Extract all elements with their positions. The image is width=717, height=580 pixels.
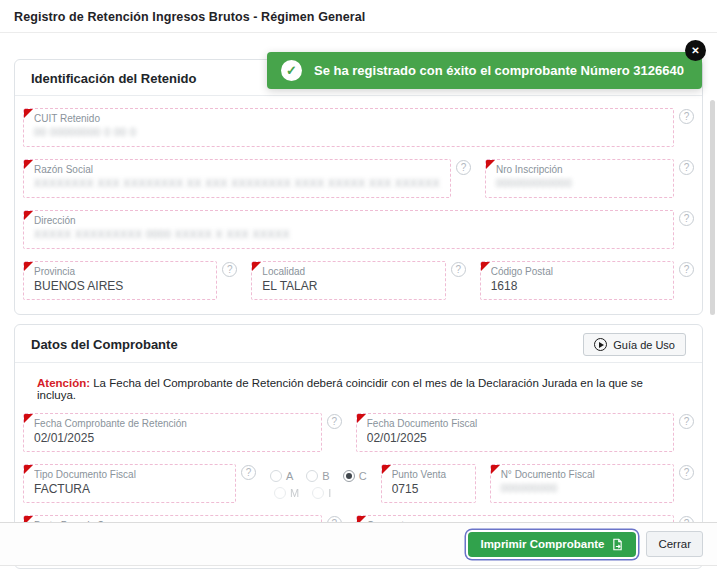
required-marker [491,465,500,474]
direccion-value: XXXXX XXXXXXXXX 0000 XXXXX X XXX XXXXX [34,228,663,240]
field-label: Dirección [34,215,663,226]
help-icon[interactable]: ? [679,109,694,124]
field-label: Punto Venta [392,469,465,480]
radio-label: I [328,487,331,499]
cuit-retenido-field[interactable]: CUIT Retenido 00 00000000 0 00 0 [23,108,674,147]
fecha-documento-fiscal-value: 02/01/2025 [367,431,663,445]
required-marker [24,109,33,118]
help-icon[interactable]: ? [679,414,694,429]
fecha-comprobante-retencion-field[interactable]: Fecha Comprobante de Retención 02/01/202… [23,413,322,452]
codigo-postal-field[interactable]: Código Postal 1618 [480,261,674,300]
row-fechas: Fecha Comprobante de Retención 02/01/202… [23,413,694,452]
help-icon[interactable]: ? [679,262,694,277]
radio-option-c-selected[interactable]: C [343,470,367,482]
help-icon[interactable]: ? [456,160,471,175]
modal-titlebar: Registro de Retención Ingresos Brutos - … [0,0,717,33]
field-label: N° Documento Fiscal [501,469,663,480]
nro-inscripcion-field[interactable]: Nro Inscripción 000000000000 [485,159,674,198]
radio-label: M [290,487,299,499]
provincia-value: BUENOS AIRES [34,279,206,293]
field-label: Fecha Documento Fiscal [367,418,663,429]
modal-footer: Imprimir Comprobante Cerrar [0,522,717,566]
row-direccion: Dirección XXXXX XXXXXXXXX 0000 XXXXX X X… [23,210,694,249]
required-marker [382,465,391,474]
required-marker [24,262,33,271]
help-icon[interactable]: ? [222,262,237,277]
atencion-notice: Atención: La Fecha del Comprobante de Re… [37,377,680,401]
required-marker [24,211,33,220]
check-icon: ✓ [281,60,302,81]
help-icon[interactable]: ? [327,414,342,429]
radio-icon [306,470,318,482]
imprimir-comprobante-label: Imprimir Comprobante [480,538,604,550]
atencion-prefix: Atención: [37,377,90,389]
required-marker [24,414,33,423]
radio-option-a[interactable]: A [270,470,293,482]
section-title: Identificación del Retenido [31,71,196,86]
razon-social-field[interactable]: Razón Social XXXXXXXX XXX XXXXXXXX XX XX… [23,159,451,198]
toast-close-button[interactable]: ✕ [685,40,706,61]
help-icon[interactable]: ? [679,465,694,480]
punto-venta-field[interactable]: Punto Venta 0715 [381,464,476,503]
localidad-field[interactable]: Localidad EL TALAR [251,261,445,300]
cerrar-label: Cerrar [658,538,691,550]
radio-icon [274,487,286,499]
help-icon[interactable]: ? [451,262,466,277]
row-cuit: CUIT Retenido 00 00000000 0 00 0 ? [23,108,694,147]
radio-option-i[interactable]: I [312,487,331,499]
tipo-documento-fiscal-field[interactable]: Tipo Documento Fiscal FACTURA [23,464,236,503]
codigo-postal-value: 1618 [491,279,663,293]
scrollbar-thumb[interactable] [710,100,715,315]
help-icon[interactable]: ? [241,465,256,480]
section-body: CUIT Retenido 00 00000000 0 00 0 ? Razón… [15,96,702,314]
radio-row-mi: M I [270,487,367,499]
print-document-icon [611,538,624,551]
field-label: Localidad [262,266,434,277]
close-icon: ✕ [691,45,699,56]
provincia-field[interactable]: Provincia BUENOS AIRES [23,261,217,300]
required-marker [24,160,33,169]
nro-documento-fiscal-field[interactable]: N° Documento Fiscal 000000000 [490,464,674,503]
radio-row-abc: A B C [270,470,367,482]
fecha-comprobante-retencion-value: 02/01/2025 [34,431,311,445]
cuit-retenido-value: 00 00000000 0 00 0 [34,126,663,138]
retention-modal: Registro de Retención Ingresos Brutos - … [0,0,717,580]
section-identificacion-retenido: Identificación del Retenido CUIT Retenid… [14,59,703,315]
field-label: Nro Inscripción [496,164,663,175]
imprimir-comprobante-button[interactable]: Imprimir Comprobante [468,532,636,557]
radio-option-m[interactable]: M [274,487,299,499]
section-header: Datos del Comprobante Guía de Uso [15,325,702,363]
localidad-value: EL TALAR [262,279,434,293]
row-tipo-documento: Tipo Documento Fiscal FACTURA ? A B [23,464,694,503]
atencion-text: La Fecha del Comprobante de Retención de… [37,377,643,401]
required-marker [24,465,33,474]
radio-label: B [322,470,329,482]
required-marker [357,414,366,423]
nro-inscripcion-value: 000000000000 [496,177,663,189]
guia-de-uso-button[interactable]: Guía de Uso [583,333,686,356]
field-label: Código Postal [491,266,663,277]
row-provincia-localidad-cp: Provincia BUENOS AIRES ? Localidad EL TA… [23,261,694,300]
fecha-documento-fiscal-field[interactable]: Fecha Documento Fiscal 02/01/2025 [356,413,674,452]
field-label: Fecha Comprobante de Retención [34,418,311,429]
section-title: Datos del Comprobante [31,337,178,352]
play-icon [594,338,607,351]
row-razon-inscripcion: Razón Social XXXXXXXX XXX XXXXXXXX XX XX… [23,159,694,198]
radio-selected-icon [343,470,355,482]
nro-documento-fiscal-value: 000000000 [501,482,663,494]
required-marker [481,262,490,271]
toast-message: Se ha registrado con éxito el comprobant… [314,63,684,78]
radio-option-b[interactable]: B [306,470,329,482]
tipo-documento-fiscal-value: FACTURA [34,482,225,496]
tipo-documento-radio-group: A B C M [270,464,367,499]
help-icon[interactable]: ? [679,160,694,175]
required-marker [252,262,261,271]
field-label: CUIT Retenido [34,113,663,124]
required-marker [486,160,495,169]
page-title: Registro de Retención Ingresos Brutos - … [14,10,703,24]
direccion-field[interactable]: Dirección XXXXX XXXXXXXXX 0000 XXXXX X X… [23,210,674,249]
cerrar-button[interactable]: Cerrar [646,531,703,557]
radio-label: C [359,470,367,482]
razon-social-value: XXXXXXXX XXX XXXXXXXX XX XXX XXXXXXXX XX… [34,177,440,189]
help-icon[interactable]: ? [679,211,694,226]
